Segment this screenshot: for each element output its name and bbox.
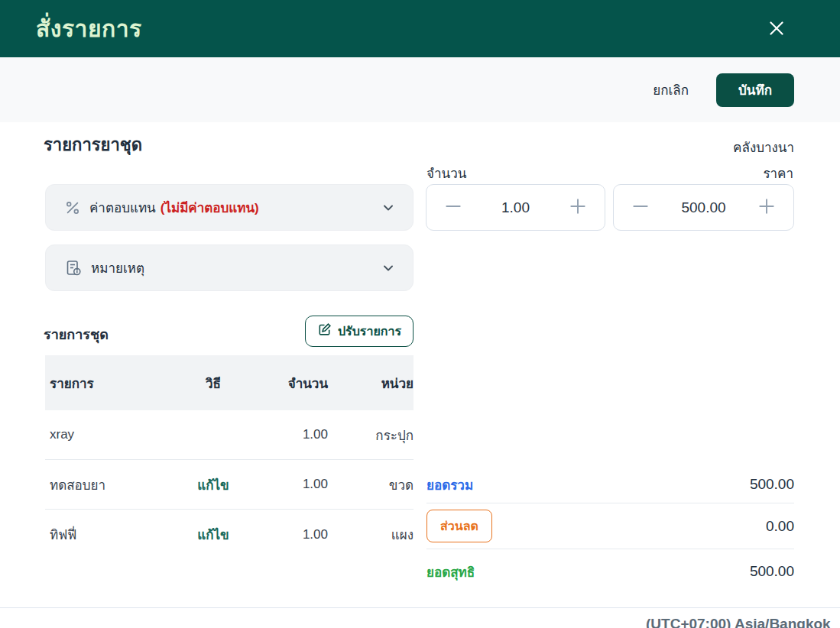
save-button[interactable]: บันทึก [716, 73, 794, 107]
timezone-label: (UTC+07:00) Asia/Bangkok [646, 616, 831, 628]
item-name: ทดสอบยา [45, 474, 175, 495]
col-header-unit: หน่วย [328, 373, 414, 393]
quantity-input[interactable]: 1.00 [501, 199, 530, 216]
dialog-header: สั่งรายการ [0, 0, 840, 57]
set-items-title: รายการชุด [44, 323, 109, 345]
edit-icon [317, 322, 332, 340]
item-name: ทิฟฟี่ [45, 524, 175, 545]
table-row: ทดสอบยา แก้ไข 1.00 ขวด [45, 460, 414, 510]
compensation-panel[interactable]: ค่าตอบแทน (ไม่มีค่าตอบแทน) [45, 184, 414, 231]
remark-panel[interactable]: หมายเหตุ [45, 244, 414, 291]
chevron-down-icon [381, 200, 396, 215]
col-header-method: วิธี [175, 373, 251, 393]
net-total-label: ยอดสุทธิ [426, 562, 475, 582]
percent-icon [64, 199, 81, 216]
cancel-button[interactable]: ยกเลิก [653, 79, 689, 100]
item-qty: 1.00 [251, 527, 328, 542]
close-icon [767, 19, 786, 40]
discount-button[interactable]: ส่วนลด [426, 510, 492, 542]
table-row: xray 1.00 กระปุก [45, 410, 414, 460]
price-input[interactable]: 500.00 [681, 199, 725, 216]
discount-row: ส่วนลด 0.00 [426, 503, 794, 549]
price-label: ราคา [763, 163, 793, 183]
warehouse-label: คลังบางนา [733, 137, 794, 157]
col-header-item: รายการ [45, 373, 175, 393]
subtotal-label: ยอดรวม [426, 474, 473, 495]
price-decrement-button[interactable] [631, 196, 650, 219]
col-header-qty: จำนวน [251, 373, 328, 393]
quantity-label: จำนวน [426, 163, 466, 183]
edit-item-link[interactable]: แก้ไข [175, 474, 251, 495]
net-total-row: ยอดสุทธิ 500.00 [426, 549, 794, 594]
adjust-items-button[interactable]: ปรับรายการ [305, 316, 414, 347]
item-unit: กระปุก [328, 425, 414, 445]
item-unit: แผง [328, 524, 414, 545]
note-info-icon [64, 259, 83, 277]
table-row: ทิฟฟี่ แก้ไข 1.00 แผง [45, 510, 414, 559]
subtotal-row: ยอดรวม 500.00 [426, 466, 794, 503]
table-header-row: รายการ วิธี จำนวน หน่วย [45, 355, 414, 410]
quantity-stepper: 1.00 [426, 184, 605, 231]
net-total-value: 500.00 [750, 563, 794, 580]
compensation-note: (ไม่มีค่าตอบแทน) [161, 197, 259, 218]
dialog-title: สั่งรายการ [36, 11, 142, 47]
close-button[interactable] [767, 20, 786, 38]
item-qty: 1.00 [251, 427, 328, 442]
minus-icon [631, 196, 650, 219]
price-increment-button[interactable] [757, 196, 777, 219]
adjust-items-label: ปรับรายการ [338, 322, 401, 341]
subtotal-value: 500.00 [750, 476, 794, 493]
quantity-increment-button[interactable] [568, 196, 588, 219]
chevron-down-icon [381, 261, 396, 276]
page-title: รายการยาชุด [44, 131, 142, 158]
remark-label: หมายเหตุ [91, 257, 144, 278]
compensation-label: ค่าตอบแทน [89, 197, 156, 218]
item-unit: ขวด [328, 474, 414, 495]
item-qty: 1.00 [251, 477, 328, 492]
price-stepper: 500.00 [613, 184, 794, 231]
quantity-decrement-button[interactable] [443, 196, 463, 219]
set-items-table: รายการ วิธี จำนวน หน่วย xray 1.00 กระปุก… [45, 355, 414, 559]
plus-icon [757, 196, 777, 219]
dialog-toolbar: ยกเลิก บันทึก [0, 57, 840, 122]
edit-item-link[interactable]: แก้ไข [175, 524, 251, 545]
footer-divider [0, 607, 840, 608]
order-dialog: สั่งรายการ ยกเลิก บันทึก รายการยาชุด คลั… [0, 0, 840, 628]
item-name: xray [45, 427, 175, 442]
discount-value: 0.00 [766, 518, 794, 535]
plus-icon [568, 196, 588, 219]
totals-section: ยอดรวม 500.00 ส่วนลด 0.00 ยอดสุทธิ 500.0… [426, 466, 794, 594]
minus-icon [443, 196, 463, 219]
